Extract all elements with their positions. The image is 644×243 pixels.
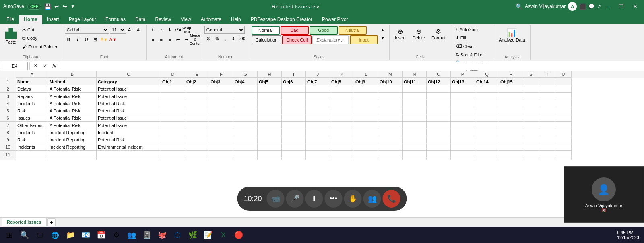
cell-9-5[interactable] (185, 136, 209, 143)
cell-9-12[interactable] (354, 136, 378, 143)
clear-button[interactable]: ⌫ Clear (454, 42, 491, 50)
cell-6-21[interactable] (555, 114, 572, 122)
currency-button[interactable]: $ (204, 35, 213, 43)
cell-37-20[interactable] (539, 158, 555, 160)
cell-6-16[interactable] (451, 114, 475, 122)
row-header-4[interactable]: 4 (0, 100, 16, 107)
customize-icon[interactable]: ▼ (70, 4, 75, 9)
cell-9-6[interactable] (209, 136, 233, 143)
cell-4-18[interactable] (499, 100, 523, 107)
cell-10-6[interactable] (209, 143, 233, 151)
style-neutral[interactable]: Neutral (339, 26, 367, 35)
cell-10-12[interactable] (354, 143, 378, 151)
cell-37-8[interactable] (258, 158, 282, 160)
tab-view[interactable]: View (176, 15, 196, 24)
cell-11-4[interactable] (161, 151, 185, 158)
sort-filter-button[interactable]: ⇅ Sort & Filter (454, 51, 491, 58)
number-format-select[interactable]: General (204, 26, 245, 34)
cell-6-4[interactable] (161, 114, 185, 122)
text-direction-button[interactable]: ↺A (174, 26, 182, 34)
cell-3-1[interactable]: Repairs (16, 93, 48, 100)
font-name-select[interactable]: Calibri (65, 26, 109, 34)
cell-3-16[interactable] (451, 93, 475, 100)
cell-6-2[interactable]: A Potential Risk (48, 114, 97, 122)
cell-10-5[interactable] (185, 143, 209, 151)
cell-4-6[interactable] (209, 100, 233, 107)
cell-8-1[interactable]: Incidents (16, 129, 48, 136)
cell-9-8[interactable] (258, 136, 282, 143)
cell-10-11[interactable] (330, 143, 354, 151)
cell-6-20[interactable] (539, 114, 555, 122)
font-size-select[interactable]: 11 (110, 26, 126, 34)
ribbon-display-icon[interactable]: ⬛ (579, 3, 586, 10)
font-color-button[interactable]: A▼ (109, 35, 117, 44)
cell-6-11[interactable] (330, 114, 354, 122)
cell-37-10[interactable] (306, 158, 330, 160)
cell-2-14[interactable] (402, 85, 427, 93)
cell-10-16[interactable] (451, 143, 475, 151)
cell-6-15[interactable] (427, 114, 451, 122)
cell-7-19[interactable] (523, 122, 539, 129)
cell-37-6[interactable] (209, 158, 233, 160)
col-header-d[interactable]: D (161, 71, 185, 78)
taskbar-mail[interactable]: 📧 (78, 228, 93, 242)
cell-37-7[interactable] (233, 158, 258, 160)
taskbar-excel[interactable]: X (216, 228, 231, 242)
cell-2-20[interactable] (539, 85, 555, 93)
cell-4-19[interactable] (523, 100, 539, 107)
cell-6-18[interactable] (499, 114, 523, 122)
cell-1-10[interactable]: Obj7 (306, 78, 330, 85)
underline-button[interactable]: U (83, 35, 91, 44)
row-header-1[interactable]: 1 (0, 78, 16, 85)
tab-file[interactable]: File (2, 15, 19, 24)
cell-3-3[interactable]: Potential Issue (97, 93, 161, 100)
analyze-data-button[interactable]: 📊 Analyze Data (496, 26, 528, 44)
cell-6-7[interactable] (233, 114, 258, 122)
cell-8-3[interactable]: Incident (97, 129, 161, 136)
cell-9-18[interactable] (499, 136, 523, 143)
cell-1-14[interactable]: Obj11 (402, 78, 427, 85)
row-header-3[interactable]: 3 (0, 93, 16, 100)
cell-5-18[interactable] (499, 107, 523, 114)
cell-3-5[interactable] (185, 93, 209, 100)
cell-9-21[interactable] (555, 136, 572, 143)
wrap-text-button[interactable]: Wrap Text (183, 26, 191, 34)
increase-decimal-button[interactable]: .00 (238, 35, 246, 43)
cell-6-9[interactable] (282, 114, 306, 122)
cell-4-10[interactable] (306, 100, 330, 107)
cell-4-21[interactable] (555, 100, 572, 107)
cell-10-1[interactable]: Incidents (16, 143, 48, 151)
cell-2-10[interactable] (306, 85, 330, 93)
cell-10-7[interactable] (233, 143, 258, 151)
cell-10-8[interactable] (258, 143, 282, 151)
taskbar-edge[interactable]: 🌐 (48, 228, 62, 242)
cell-11-10[interactable] (306, 151, 330, 158)
cell-10-10[interactable] (306, 143, 330, 151)
cell-4-14[interactable] (402, 100, 427, 107)
taskbar-settings[interactable]: ⚙ (109, 228, 124, 242)
cell-8-10[interactable] (306, 129, 330, 136)
row-header-6[interactable]: 6 (0, 114, 16, 122)
cell-2-21[interactable] (555, 85, 572, 93)
cell-2-5[interactable] (185, 85, 209, 93)
cell-8-17[interactable] (475, 129, 499, 136)
cell-11-20[interactable] (539, 151, 555, 158)
row-header-8[interactable]: 8 (0, 129, 16, 136)
cell-37-16[interactable] (451, 158, 475, 160)
cut-button[interactable]: ✂ Cut (20, 26, 60, 34)
cell-11-9[interactable] (282, 151, 306, 158)
restore-button[interactable]: ❐ (615, 2, 627, 10)
col-header-e[interactable]: E (185, 71, 209, 78)
border-button[interactable]: ⊞ (91, 35, 99, 44)
cell-1-9[interactable]: Obj6 (282, 78, 306, 85)
tab-pdfescape[interactable]: PDFescape Desktop Creator (246, 15, 317, 24)
col-header-m[interactable]: M (378, 71, 402, 78)
merge-center-button[interactable]: Merge & Center (191, 35, 199, 44)
cell-7-3[interactable]: Potential Issue (97, 122, 161, 129)
end-call-button[interactable]: 📞 (383, 190, 400, 208)
cell-3-15[interactable] (427, 93, 451, 100)
cell-1-11[interactable]: Obj8 (330, 78, 354, 85)
taskbar-github[interactable]: 🐙 (155, 228, 169, 242)
cell-5-14[interactable] (402, 107, 427, 114)
cell-37-15[interactable] (427, 158, 451, 160)
